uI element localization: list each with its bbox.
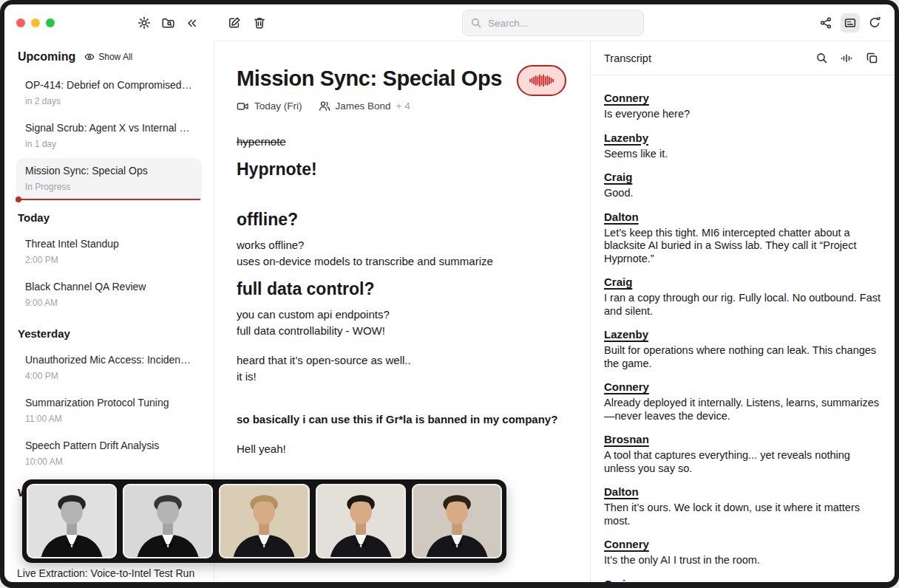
titlebar	[4, 4, 895, 41]
participant-photo	[219, 484, 309, 558]
transcript-speaker[interactable]: Craig	[604, 276, 632, 288]
transcript-speaker[interactable]: Craig	[604, 171, 632, 183]
sidebar-header: Upcoming	[18, 50, 75, 64]
note-heading: offline?	[237, 209, 566, 230]
note-attendees-chip[interactable]: James Bond + 4	[319, 100, 410, 112]
participants-preview	[22, 479, 506, 563]
window-controls	[16, 18, 55, 27]
transcript-speaker[interactable]: Dalton	[604, 211, 639, 223]
transcript-entry: ConneryIs everyone here?	[604, 92, 881, 121]
video-camera-icon	[237, 101, 249, 112]
search-notes-button[interactable]	[158, 13, 177, 33]
note-item-time: In Progress	[25, 182, 193, 192]
delete-note-button[interactable]	[250, 13, 269, 33]
note-spacer	[237, 385, 566, 398]
close-button[interactable]	[16, 18, 25, 27]
note-paragraph-line: heard that it’s open-source as well..	[237, 352, 566, 369]
sidebar-note-item[interactable]: OP-414: Debrief on Compromised Callin 2 …	[16, 72, 202, 114]
note-item-title: Summarization Protocol Tuning	[25, 397, 193, 408]
transcript-search-button[interactable]	[812, 49, 831, 68]
transcript-speaker[interactable]: Connery	[604, 92, 649, 104]
transcript-text: Is everyone here?	[604, 108, 881, 121]
record-waveform-icon	[528, 72, 556, 89]
sidebar-note-item[interactable]: Threat Intel Standup2:00 PM	[16, 231, 202, 273]
transcript-audio-button[interactable]	[837, 49, 856, 68]
transcript-entry: CraigI ran a copy through our rig. Fully…	[604, 276, 881, 318]
note-attendee: James Bond	[336, 100, 391, 112]
transcript-speaker[interactable]: Connery	[604, 380, 649, 393]
transcript-speaker[interactable]: Craig	[604, 578, 632, 583]
note-item-title: OP-414: Debrief on Compromised Call	[25, 79, 193, 91]
summary-card-button[interactable]	[841, 13, 860, 33]
search-input[interactable]	[488, 18, 636, 29]
waveform-icon	[840, 52, 853, 64]
settings-button[interactable]	[135, 13, 154, 33]
note-item-time: in 1 day	[25, 139, 193, 149]
note-item-time: 10:00 AM	[25, 457, 193, 467]
note-spacer	[237, 339, 566, 352]
show-all-button[interactable]: Show All	[84, 52, 132, 62]
sidebar-toolbar	[4, 4, 214, 41]
transcript-speaker[interactable]: Connery	[604, 538, 649, 550]
transcript-text: Good.	[604, 187, 881, 200]
sidebar-section-label: Yesterday	[18, 327, 200, 340]
app-window-frame: Upcoming Show All OP-414: Debrief on Com…	[0, 0, 899, 588]
note-attendee-more: + 4	[396, 100, 410, 112]
eye-icon	[84, 52, 95, 61]
sidebar-note-item[interactable]: Mission Sync: Special OpsIn Progress	[16, 158, 202, 199]
new-note-button[interactable]	[225, 13, 244, 33]
note-item-time: in 2 days	[25, 96, 193, 106]
note-paragraph: Hell yeah!	[237, 441, 566, 457]
transcript-entry: ConneryIt’s the only AI I trust in the r…	[604, 538, 881, 567]
note-item-title: Speech Pattern Drift Analysis	[25, 440, 193, 451]
transcript-speaker[interactable]: Lazenby	[604, 131, 648, 144]
transcript-text: Built for operations where nothing can l…	[604, 344, 881, 370]
transcript-title: Transcript	[604, 52, 651, 64]
transcript-copy-button[interactable]	[862, 49, 881, 68]
recording-button[interactable]	[517, 65, 566, 96]
summary-card-icon	[844, 16, 857, 30]
note-spacer	[237, 187, 566, 200]
sidebar-note-item[interactable]: Summarization Protocol Tuning11:00 AM	[16, 390, 202, 431]
share-button[interactable]	[816, 13, 835, 33]
note-paragraph-line: full data controllability - WOW!	[237, 323, 566, 339]
collapse-sidebar-button[interactable]	[182, 13, 201, 33]
sidebar-section-label: Today	[18, 211, 200, 224]
zoom-button[interactable]	[46, 18, 55, 27]
transcript-text: Let’s keep this tight. MI6 intercepted c…	[604, 227, 881, 266]
participant-photo	[123, 484, 213, 558]
minimize-button[interactable]	[31, 18, 40, 27]
search-box[interactable]	[462, 10, 644, 36]
transcript-speaker[interactable]: Brosnan	[604, 433, 649, 445]
note-strikethrough-text: hypernote	[237, 134, 566, 150]
note-paragraph-line: Hell yeah!	[237, 441, 566, 457]
sidebar-note-item[interactable]: Black Channel QA Review9:00 AM	[16, 274, 202, 315]
people-icon	[319, 100, 330, 112]
note-item-title: Signal Scrub: Agent X vs Internal Coun..…	[25, 122, 193, 134]
participant-photo	[27, 484, 117, 558]
transcript-text: Seems like it.	[604, 148, 881, 161]
transcript-entry: LazenbyBuilt for operations where nothin…	[604, 328, 881, 370]
sidebar-note-item[interactable]: Signal Scrub: Agent X vs Internal Coun..…	[16, 115, 202, 157]
transcript-text: A tool that captures everything... yet r…	[604, 449, 881, 475]
note-bold-text: so basically i can use this if Gr*la is …	[237, 411, 566, 428]
edit-note-icon	[228, 16, 241, 30]
note-date-chip[interactable]: Today (Fri)	[237, 100, 302, 112]
transcript-speaker[interactable]: Lazenby	[604, 328, 648, 341]
sidebar-note-item[interactable]: Speech Pattern Drift Analysis10:00 AM	[16, 433, 202, 474]
note-date: Today (Fri)	[254, 100, 302, 112]
copy-icon	[866, 52, 878, 64]
transcript-speaker[interactable]: Dalton	[604, 485, 639, 498]
refresh-button[interactable]	[865, 13, 884, 33]
note-item-title: Unauthorized Mic Access: Incident Re...	[25, 354, 193, 366]
gear-icon	[138, 16, 151, 30]
sidebar-item-live-extraction[interactable]: Live Extraction: Voice-to-Intel Test Run	[17, 567, 194, 579]
sidebar-note-item[interactable]: Unauthorized Mic Access: Incident Re...4…	[16, 347, 202, 389]
note-spacer	[237, 398, 566, 411]
transcript-panel: Transcript ConneryIs everyone here?Lazen…	[590, 41, 895, 582]
note-paragraph: heard that it’s open-source as well..it …	[237, 352, 566, 385]
note-item-time: 2:00 PM	[25, 255, 193, 265]
transcript-entry: BrosnanA tool that captures everything..…	[604, 433, 881, 475]
transcript-text: It’s the only AI I trust in the room.	[604, 554, 881, 567]
transcript-text: Already deployed it internally. Listens,…	[604, 397, 881, 423]
